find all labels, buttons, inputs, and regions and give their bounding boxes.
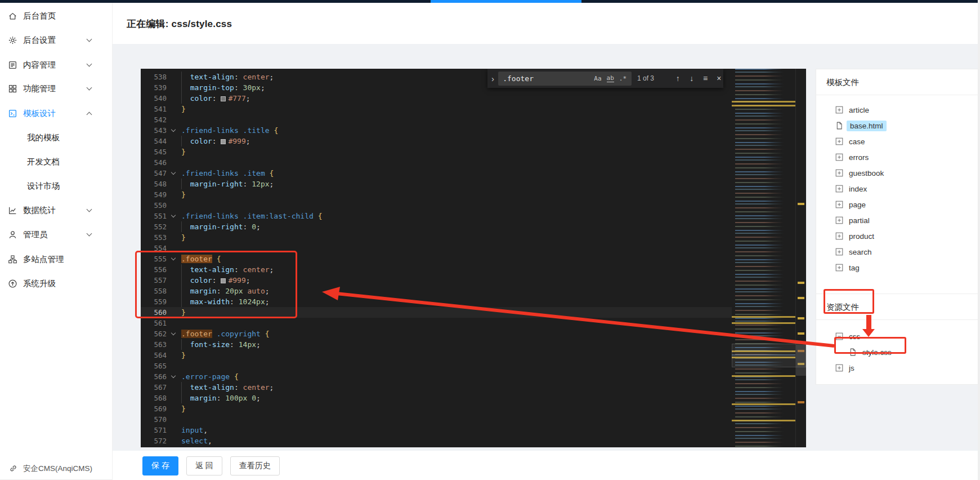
find-query-text[interactable]: .footer (498, 74, 594, 83)
code-line[interactable]: 554 (141, 243, 732, 254)
find-toggle-replace-icon[interactable]: › (487, 74, 498, 83)
code-line[interactable]: 572select, (141, 435, 732, 446)
whole-word-icon[interactable]: ab (607, 74, 614, 82)
expand-icon[interactable] (835, 248, 843, 256)
code-line[interactable]: 540 color: #777; (141, 93, 732, 104)
code-line[interactable]: 549} (141, 189, 732, 200)
collapse-icon[interactable] (835, 332, 843, 340)
tree-item-label: search (849, 248, 872, 256)
fold-chevron-icon[interactable] (167, 371, 181, 382)
code-line[interactable]: 565 (141, 361, 732, 371)
code-line[interactable]: 557 color: #999; (141, 275, 732, 286)
fold-gutter (167, 104, 181, 114)
sidebar-item-statistics[interactable]: 数据统计 (0, 202, 113, 219)
code-line[interactable]: 559 max-width: 1024px; (141, 296, 732, 307)
code-line[interactable]: 552 margin-right: 0; (141, 221, 732, 232)
sidebar-item-content[interactable]: 内容管理 (0, 56, 113, 73)
sidebar-item-dev-docs[interactable]: 开发文档 (0, 153, 113, 170)
code-line[interactable]: 556 text-align: center; (141, 264, 732, 275)
tree-item-page[interactable]: page (816, 197, 978, 212)
sidebar-item-features[interactable]: 功能管理 (0, 80, 113, 97)
fold-chevron-icon[interactable] (167, 328, 181, 339)
file-tree: articlebase.htmlcaseerrorsguestbookindex… (816, 95, 978, 281)
tree-item-base-html[interactable]: base.html (816, 118, 978, 134)
tree-item-article[interactable]: article (816, 102, 978, 118)
code-line[interactable]: 567 text-align: center; (141, 382, 732, 393)
regex-icon[interactable]: .* (619, 75, 627, 82)
expand-icon[interactable] (835, 169, 843, 177)
code-line[interactable]: 555.footer { (141, 254, 732, 264)
back-button[interactable]: 返 回 (186, 456, 222, 475)
tree-item-case[interactable]: case (816, 134, 978, 149)
history-button[interactable]: 查看历史 (230, 456, 280, 475)
tree-item-css[interactable]: css (816, 328, 978, 344)
sidebar-item-home[interactable]: 后台首页 (0, 7, 113, 24)
expand-icon[interactable] (835, 137, 843, 145)
minimap[interactable] (732, 69, 795, 447)
code-line[interactable]: 560} (141, 307, 732, 318)
code-line[interactable]: 569} (141, 403, 732, 414)
code-line[interactable]: 564} (141, 350, 732, 361)
code-line[interactable]: 550 (141, 200, 732, 211)
tree-item-partial[interactable]: partial (816, 212, 978, 228)
code-line[interactable]: 547.friend-links .item { (141, 168, 732, 179)
sidebar-item-settings[interactable]: 后台设置 (0, 32, 113, 48)
tree-item-errors[interactable]: errors (816, 149, 978, 165)
code-line[interactable]: 562.footer .copyright { (141, 328, 732, 339)
code-line[interactable]: 563 font-size: 14px; (141, 339, 732, 350)
scrollbar-thumb[interactable] (796, 345, 806, 376)
tree-item-product[interactable]: product (816, 228, 978, 244)
code-token: } (181, 351, 186, 359)
find-input[interactable]: .footer Aa ab .* (498, 72, 632, 86)
tree-item-js[interactable]: js (816, 360, 978, 376)
fold-chevron-icon[interactable] (167, 254, 181, 264)
code-line[interactable]: 542 (141, 114, 732, 125)
code-line[interactable]: 551.friend-links .item:last-child { (141, 211, 732, 221)
code-line[interactable]: 543.friend-links .title { (141, 125, 732, 136)
sidebar-item-admin[interactable]: 管理员 (0, 226, 113, 243)
expand-icon[interactable] (835, 264, 843, 272)
code-editor[interactable]: 538 text-align: center;539 margin-top: 3… (141, 69, 806, 447)
expand-icon[interactable] (835, 185, 843, 193)
code-line[interactable]: 558 margin: 20px auto; (141, 286, 732, 296)
sidebar-item-template[interactable]: 模板设计 (0, 105, 113, 122)
fold-chevron-icon[interactable] (167, 125, 181, 136)
code-line[interactable]: 571input, (141, 425, 732, 435)
code-text: } (181, 146, 186, 157)
code-line[interactable]: 548 margin-right: 12px; (141, 179, 732, 189)
save-button[interactable]: 保 存 (142, 456, 178, 475)
expand-icon[interactable] (835, 364, 843, 372)
match-case-icon[interactable]: Aa (594, 75, 601, 82)
sidebar-item-my-template[interactable]: 我的模板 (0, 129, 113, 146)
fold-chevron-icon[interactable] (167, 168, 181, 179)
code-line[interactable]: 561 (141, 318, 732, 328)
code-line[interactable]: 553} (141, 232, 732, 243)
sidebar-footer-link[interactable]: 安企CMS(AnqiCMS) (0, 457, 113, 480)
tree-item-guestbook[interactable]: guestbook (816, 165, 978, 181)
tree-item-tag[interactable]: tag (816, 260, 978, 275)
tree-item-style-css[interactable]: style.css (816, 344, 978, 360)
find-in-selection-icon[interactable]: ≡ (701, 74, 709, 83)
tree-item-index[interactable]: index (816, 181, 978, 197)
editor-scrollbar[interactable] (795, 69, 806, 447)
sidebar-item-multisite[interactable]: 多站点管理 (0, 251, 113, 268)
find-previous-icon[interactable]: ↑ (674, 74, 682, 83)
fold-chevron-icon[interactable] (167, 211, 181, 221)
code-line[interactable]: 544 color: #999; (141, 136, 732, 146)
code-line[interactable]: 566.error-page { (141, 371, 732, 382)
sidebar-item-upgrade[interactable]: 系统升级 (0, 275, 113, 292)
expand-icon[interactable] (835, 106, 843, 114)
expand-icon[interactable] (835, 216, 843, 224)
find-next-icon[interactable]: ↓ (687, 74, 696, 83)
code-line[interactable]: 541} (141, 104, 732, 114)
expand-icon[interactable] (835, 201, 843, 208)
code-line[interactable]: 546 (141, 157, 732, 168)
expand-icon[interactable] (835, 153, 843, 161)
sidebar-item-design-market[interactable]: 设计市场 (0, 177, 113, 194)
code-line[interactable]: 545} (141, 146, 732, 157)
tree-item-search[interactable]: search (816, 244, 978, 260)
code-line[interactable]: 568 margin: 100px 0; (141, 393, 732, 403)
expand-icon[interactable] (835, 232, 843, 240)
code-line[interactable]: 570 (141, 414, 732, 425)
find-close-icon[interactable]: × (715, 74, 723, 83)
